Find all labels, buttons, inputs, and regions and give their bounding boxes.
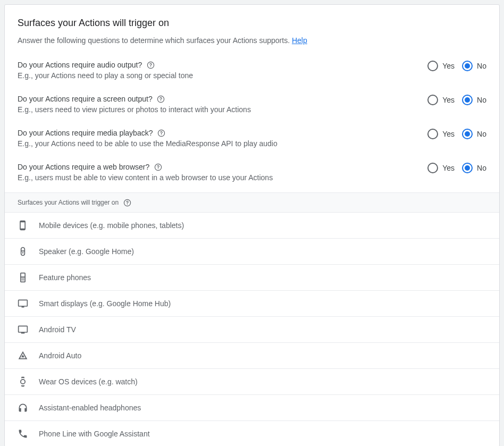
radio-option-yes[interactable]: Yes <box>427 163 455 173</box>
surface-item-headphones: Assistant-enabled headphones <box>5 395 499 421</box>
surface-item-feature-phone: Feature phones <box>5 265 499 291</box>
surfaces-card: Surfaces your Actions will trigger on An… <box>4 4 500 446</box>
surface-item-tv: Android TV <box>5 317 499 343</box>
surfaces-section-title: Surfaces your Actions will trigger on <box>18 199 119 206</box>
radio-yes[interactable] <box>427 129 438 139</box>
surface-label: Mobile devices (e.g. mobile phones, tabl… <box>39 221 184 230</box>
help-link[interactable]: Help <box>292 36 307 45</box>
radio-no[interactable] <box>462 129 473 139</box>
radio-label-no: No <box>477 164 486 172</box>
surface-item-mobile: Mobile devices (e.g. mobile phones, tabl… <box>5 213 499 239</box>
radio-option-no[interactable]: No <box>462 129 486 139</box>
svg-point-3 <box>161 100 161 100</box>
subtitle-text: Answer the following questions to determ… <box>18 36 290 45</box>
question-row-audio: Do your Actions require audio output?E.g… <box>5 56 499 90</box>
svg-point-5 <box>161 134 162 134</box>
help-icon[interactable] <box>157 95 165 103</box>
watch-icon <box>18 376 28 387</box>
surface-label: Android TV <box>39 325 76 334</box>
card-header: Surfaces your Actions will trigger on An… <box>5 5 499 45</box>
question-text: Do your Actions require a web browser?E.… <box>18 163 427 182</box>
question-example: E.g., users need to view pictures or pho… <box>18 105 427 114</box>
question-example: E.g., your Actions need to be able to us… <box>18 139 427 148</box>
radio-label-yes: Yes <box>442 62 455 70</box>
question-row-media: Do your Actions require media playback?E… <box>5 124 499 158</box>
surface-item-phone: Phone Line with Google Assistant <box>5 421 499 446</box>
card-subtitle: Answer the following questions to determ… <box>18 36 486 45</box>
surface-item-auto: Android Auto <box>5 343 499 369</box>
radio-group: YesNo <box>427 61 486 71</box>
surface-label: Smart displays (e.g. Google Home Hub) <box>39 299 171 308</box>
radio-label-no: No <box>477 62 486 70</box>
headphones-icon <box>18 402 28 413</box>
help-icon[interactable] <box>146 61 155 69</box>
svg-point-1 <box>150 66 151 66</box>
question-title-text: Do your Actions require a screen output? <box>18 95 153 103</box>
radio-option-yes[interactable]: Yes <box>427 61 455 71</box>
surface-label: Feature phones <box>39 273 91 282</box>
surfaces-section-header: Surfaces your Actions will trigger on <box>5 192 499 213</box>
question-title-text: Do your Actions require media playback? <box>18 129 153 137</box>
question-title: Do your Actions require a screen output? <box>18 95 427 103</box>
phone-icon <box>18 428 28 439</box>
question-title-text: Do your Actions require a web browser? <box>18 163 149 171</box>
surface-item-speaker: Speaker (e.g. Google Home) <box>5 239 499 265</box>
mobile-icon <box>18 220 28 231</box>
svg-point-9 <box>127 204 127 204</box>
radio-option-yes[interactable]: Yes <box>427 129 455 139</box>
question-title: Do your Actions require a web browser? <box>18 163 427 171</box>
tv-icon <box>18 324 28 335</box>
questions-container: Do your Actions require audio output?E.g… <box>5 56 499 192</box>
question-text: Do your Actions require media playback?E… <box>18 129 427 148</box>
radio-group: YesNo <box>427 95 486 105</box>
radio-label-no: No <box>477 130 486 138</box>
radio-yes[interactable] <box>427 95 438 105</box>
card-title: Surfaces your Actions will trigger on <box>18 18 486 29</box>
radio-label-yes: Yes <box>442 130 455 138</box>
radio-yes[interactable] <box>427 163 438 173</box>
surface-item-watch: Wear OS devices (e.g. watch) <box>5 369 499 395</box>
radio-label-yes: Yes <box>442 96 455 104</box>
surface-label: Speaker (e.g. Google Home) <box>39 247 134 256</box>
surface-item-display: Smart displays (e.g. Google Home Hub) <box>5 291 499 317</box>
help-icon[interactable] <box>157 129 165 137</box>
radio-option-no[interactable]: No <box>462 163 486 173</box>
radio-no[interactable] <box>462 95 473 105</box>
radio-no[interactable] <box>462 61 473 71</box>
svg-point-7 <box>158 168 158 169</box>
question-row-browser: Do your Actions require a web browser?E.… <box>5 158 499 192</box>
question-title: Do your Actions require media playback? <box>18 129 427 137</box>
help-icon[interactable] <box>123 198 131 207</box>
radio-option-yes[interactable]: Yes <box>427 95 455 105</box>
surface-label: Wear OS devices (e.g. watch) <box>39 377 138 386</box>
radio-option-no[interactable]: No <box>462 95 486 105</box>
question-title-text: Do your Actions require audio output? <box>18 61 142 69</box>
radio-yes[interactable] <box>427 61 438 71</box>
question-title: Do your Actions require audio output? <box>18 61 427 69</box>
question-example: E.g., users must be able to view content… <box>18 173 427 182</box>
question-row-screen: Do your Actions require a screen output?… <box>5 90 499 124</box>
surfaces-list: Mobile devices (e.g. mobile phones, tabl… <box>5 213 499 446</box>
question-text: Do your Actions require a screen output?… <box>18 95 427 114</box>
radio-group: YesNo <box>427 163 486 173</box>
feature-phone-icon <box>18 272 28 283</box>
radio-label-no: No <box>477 96 486 104</box>
help-icon[interactable] <box>154 163 162 171</box>
surface-label: Assistant-enabled headphones <box>39 403 141 412</box>
radio-option-no[interactable]: No <box>462 61 486 71</box>
question-example: E.g., your Actions need to play a song o… <box>18 71 427 80</box>
radio-label-yes: Yes <box>442 164 455 172</box>
display-icon <box>18 298 28 309</box>
radio-group: YesNo <box>427 129 486 139</box>
speaker-icon <box>18 246 28 257</box>
radio-no[interactable] <box>462 163 473 173</box>
surface-label: Phone Line with Google Assistant <box>39 430 150 438</box>
question-text: Do your Actions require audio output?E.g… <box>18 61 427 80</box>
auto-icon <box>18 350 28 361</box>
surface-label: Android Auto <box>39 351 81 360</box>
